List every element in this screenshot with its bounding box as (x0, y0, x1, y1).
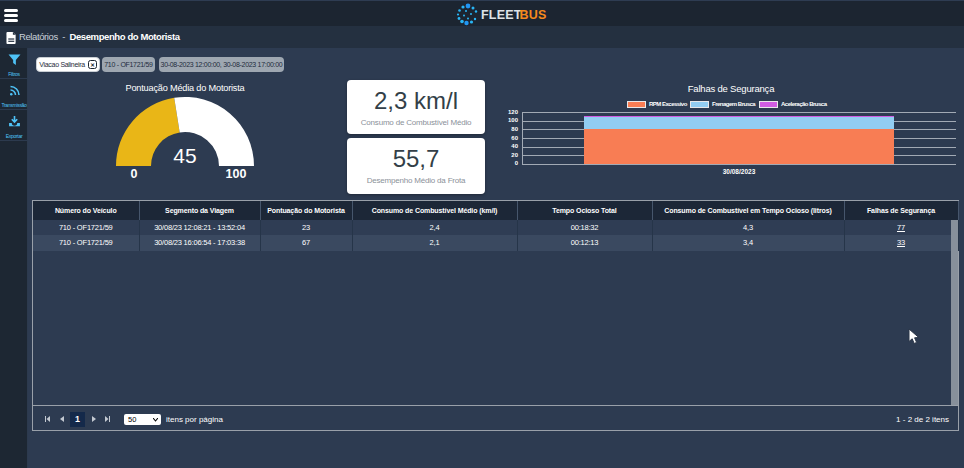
svg-text:BUS: BUS (520, 8, 547, 22)
svg-text:FLEET: FLEET (481, 8, 522, 22)
